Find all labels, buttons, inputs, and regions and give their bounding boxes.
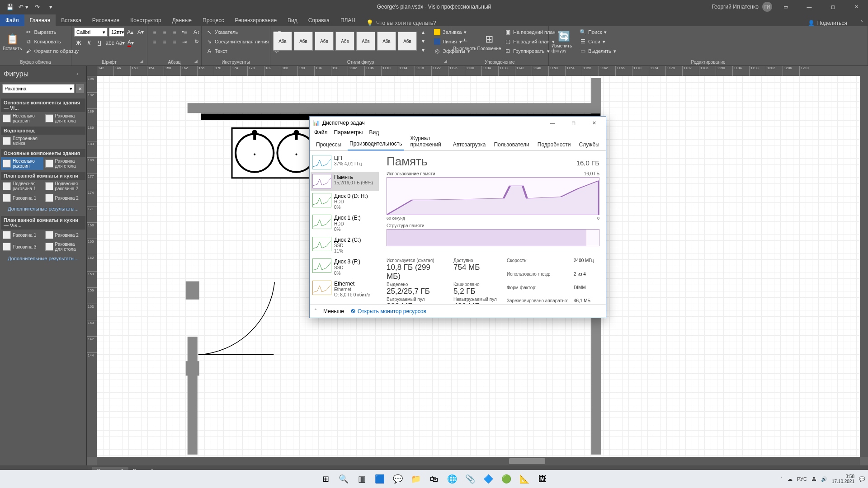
taskbar-search-icon[interactable]: 🔍 <box>335 471 352 487</box>
shape-item[interactable]: Раковина 1 <box>1 192 43 203</box>
tm-resource-monitor-link[interactable]: 🛇Открыть монитор ресурсов <box>350 308 426 314</box>
maximize-icon[interactable]: ◻ <box>823 0 843 14</box>
shape-item[interactable]: Подвесная раковина 2 <box>43 180 86 192</box>
tm-resource-item[interactable]: Диск 3 (F:)SSD0% <box>311 256 379 278</box>
tm-resource-item[interactable]: Диск 2 (C:)SSD11% <box>311 235 379 256</box>
gallery-up-icon[interactable]: ▴ <box>419 28 428 37</box>
photos-icon[interactable]: 🖼 <box>534 471 551 487</box>
grow-font-icon[interactable]: A▴ <box>126 28 135 37</box>
font-dialog-launcher-icon[interactable]: ◢ <box>140 59 146 64</box>
align-top-icon[interactable]: ≡ <box>150 38 159 47</box>
user-name[interactable]: Георгий Игнатенко <box>712 4 759 10</box>
gallery-down-icon[interactable]: ▾ <box>419 37 428 46</box>
tm-menu-options[interactable]: Параметры <box>334 129 363 139</box>
tm-resource-item[interactable]: Память15,2/16,0 ГБ (95%) <box>311 172 379 191</box>
shapes-search-input[interactable]: Раковина▾ <box>2 84 75 93</box>
stencil-heading[interactable]: Основные компоненты здания — Vi... <box>1 99 85 112</box>
align-bottom-icon[interactable]: ≡ <box>170 38 179 47</box>
tab-design[interactable]: Конструктор <box>125 14 166 26</box>
align-center-icon[interactable]: ≡ <box>160 28 169 37</box>
tray-notifications-icon[interactable]: 💬 <box>859 476 865 482</box>
align-left-icon[interactable]: ≡ <box>150 28 159 37</box>
shape-item[interactable]: Раковина 2 <box>43 230 86 240</box>
tab-file[interactable]: Файл <box>0 14 24 26</box>
tray-lang[interactable]: РУС <box>797 476 807 482</box>
visio-icon[interactable]: 📐 <box>516 471 533 487</box>
bullets-icon[interactable]: •≡ <box>180 28 189 37</box>
qat-more-icon[interactable]: ▾ <box>44 1 57 12</box>
chrome-icon[interactable]: 🌐 <box>444 471 460 487</box>
style-item[interactable]: Абв <box>335 32 354 51</box>
stencil-heading[interactable]: План ванной комнаты и кухни — Vis... <box>1 216 85 230</box>
tab-view[interactable]: Вид <box>282 14 303 26</box>
tm-close-icon[interactable]: ✕ <box>585 117 603 129</box>
italic-button[interactable]: К <box>85 38 94 47</box>
more-results-link[interactable]: Дополнительные результаты... <box>1 253 85 264</box>
torrent-icon[interactable]: 🟢 <box>498 471 514 487</box>
tab-review[interactable]: Рецензирование <box>229 14 282 26</box>
tab-plan[interactable]: ПЛАН <box>335 14 361 26</box>
tab-data[interactable]: Данные <box>167 14 197 26</box>
shape-item[interactable]: Несколько раковин <box>1 112 43 125</box>
layers-button[interactable]: ☰Слои ▾ <box>578 37 618 46</box>
horizontal-ruler[interactable]: 1421461501541581621661701741781821861901… <box>97 66 868 76</box>
shape-item[interactable] <box>43 135 86 147</box>
shape-item[interactable]: Встроенная мойка <box>1 135 43 147</box>
tm-minimize-icon[interactable]: — <box>543 117 561 129</box>
tab-home[interactable]: Главная <box>24 14 56 26</box>
vertical-scrollbar[interactable] <box>860 76 868 457</box>
tm-tab-startup[interactable]: Автозагрузка <box>451 140 488 150</box>
ribbon-collapse-icon[interactable]: ˄ <box>855 20 868 26</box>
user-avatar[interactable]: ГИ <box>762 2 772 12</box>
para-dialog-launcher-icon[interactable]: ◢ <box>194 59 200 64</box>
strike-button[interactable]: abc <box>105 38 114 47</box>
rotate-text-icon[interactable]: ↻ <box>192 37 201 46</box>
tm-resource-item[interactable]: EthernetEthernetО: 8,0 П: 0 кбит/с <box>311 278 379 300</box>
shape-item[interactable]: Раковина для стола <box>43 157 86 170</box>
style-item[interactable]: Абв <box>294 32 313 51</box>
shape-item[interactable]: Раковина 1 <box>1 230 43 240</box>
tray-network-icon[interactable]: 🖧 <box>811 476 816 482</box>
gallery-more-icon[interactable]: ▾ <box>419 46 428 55</box>
vertical-ruler[interactable]: 1951921891861831801771741711681651621591… <box>87 76 97 457</box>
stencil-heading[interactable]: Водопровод <box>1 127 85 135</box>
undo-icon[interactable]: ↶ ▾ <box>17 1 30 12</box>
style-item[interactable]: Абв <box>398 32 417 51</box>
tm-fewer-details-icon[interactable]: ˄ <box>314 308 317 314</box>
shape-item[interactable]: Раковина для стола <box>43 112 86 125</box>
style-item[interactable]: Абв <box>315 32 334 51</box>
tm-resource-item[interactable]: ЦП37% 4,01 ГГц <box>311 153 379 172</box>
tm-maximize-icon[interactable]: ◻ <box>564 117 582 129</box>
more-results-link[interactable]: Дополнительные результаты... <box>1 203 85 214</box>
connector-tool[interactable]: ↘Соединительная линия <box>204 37 270 46</box>
ribbon-display-icon[interactable]: ▭ <box>776 0 796 14</box>
tell-me-search[interactable]: 💡 Что вы хотите сделать? <box>366 19 436 26</box>
pointer-tool[interactable]: ↖Указатель <box>204 28 270 37</box>
underline-button[interactable]: Ч <box>95 38 104 47</box>
tm-tab-details[interactable]: Подробности <box>536 140 573 150</box>
close-icon[interactable]: ✕ <box>846 0 866 14</box>
find-button[interactable]: 🔍Поиск ▾ <box>578 28 618 37</box>
save-icon[interactable]: 💾 <box>4 1 16 12</box>
font-size-select[interactable]: 12пт▾ <box>109 28 124 37</box>
clear-search-icon[interactable]: ✕ <box>76 84 84 93</box>
shape-item[interactable]: Подвесная раковина 1 <box>1 180 43 192</box>
styles-dialog-launcher-icon[interactable]: ◢ <box>444 59 449 64</box>
style-item[interactable]: Абв <box>273 32 292 51</box>
shape-item[interactable]: Несколько раковин <box>1 157 43 170</box>
tm-resource-item[interactable]: Диск 0 (D: H:)HDD0% <box>311 191 379 212</box>
change-shape-button[interactable]: 🔄Изменить фигуру <box>552 28 576 56</box>
tab-draw[interactable]: Рисование <box>87 14 125 26</box>
tm-tab-processes[interactable]: Процессы <box>314 140 343 150</box>
tray-chevron-icon[interactable]: ˄ <box>780 476 783 482</box>
case-button[interactable]: Aa▾ <box>116 38 125 47</box>
tray-cloud-icon[interactable]: ☁ <box>788 476 793 482</box>
shrink-font-icon[interactable]: A▾ <box>136 28 145 37</box>
tab-help[interactable]: Справка <box>303 14 335 26</box>
shape-style-gallery[interactable]: Абв Абв Абв Абв Абв Абв Абв ▴ ▾ ▾ <box>273 28 428 55</box>
horizontal-scrollbar[interactable] <box>97 457 860 465</box>
share-button[interactable]: 👤 Поделиться <box>808 20 855 26</box>
shape-item[interactable]: Раковина для стола <box>43 240 86 253</box>
tm-tab-users[interactable]: Пользователи <box>492 140 531 150</box>
font-name-select[interactable]: Calibri▾ <box>74 28 108 37</box>
